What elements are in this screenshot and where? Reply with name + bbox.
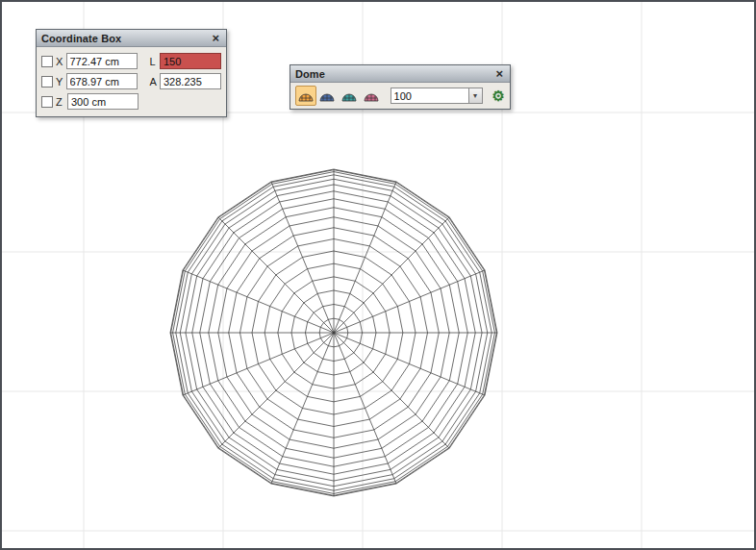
gear-icon: ⚙ [492,88,505,104]
y-axis-label: Y [56,76,63,88]
dome-value-dropdown-button[interactable]: ▾ [469,88,483,104]
y-lock-checkbox[interactable] [41,76,53,88]
dome-palette: Dome × [290,64,511,110]
dome-value-input[interactable] [391,88,469,104]
app-window: Coordinate Box × X L Y A Z [0,0,756,550]
dome-type-mesh-button[interactable] [361,86,382,106]
y-coordinate-input[interactable] [66,73,138,89]
x-axis-label: X [56,56,63,67]
l-label: L [150,56,158,67]
dome-type-wire-button[interactable] [339,86,360,106]
x-coordinate-input[interactable] [66,53,138,69]
dome-value-combo: ▾ [391,88,483,104]
coordinate-row-z: Z [41,91,221,112]
dome-type-solid-button[interactable] [317,86,339,106]
dome-solid-icon [319,90,335,102]
coordinate-box-palette: Coordinate Box × X L Y A Z [36,29,227,117]
chevron-down-icon: ▾ [473,91,477,100]
dome-titlebar[interactable]: Dome × [290,65,510,83]
coordinate-box-titlebar[interactable]: Coordinate Box × [37,30,226,47]
coordinate-box-close-icon[interactable]: × [210,32,221,44]
coordinate-row-y: Y A [41,71,221,91]
dome-settings-button[interactable]: ⚙ [492,88,505,103]
dome-close-icon[interactable]: × [493,67,505,80]
a-label: A [150,76,158,88]
z-coordinate-input[interactable] [67,93,139,110]
dome-mesh-icon [364,90,379,102]
coordinate-box-title: Coordinate Box [41,33,210,44]
l-distance-input[interactable] [160,53,221,69]
coordinate-row-x: X L [41,51,221,71]
z-axis-label: Z [56,96,64,108]
dome-wire-icon [341,90,357,102]
dome-toolbar: ▾ ⚙ [290,83,510,109]
z-lock-checkbox[interactable] [41,96,53,108]
dome-type-ribbed-button[interactable] [295,86,316,106]
dome-ribbed-icon [298,90,314,102]
dome-title: Dome [295,68,493,80]
a-angle-input[interactable] [160,73,221,89]
x-lock-checkbox[interactable] [41,56,53,67]
